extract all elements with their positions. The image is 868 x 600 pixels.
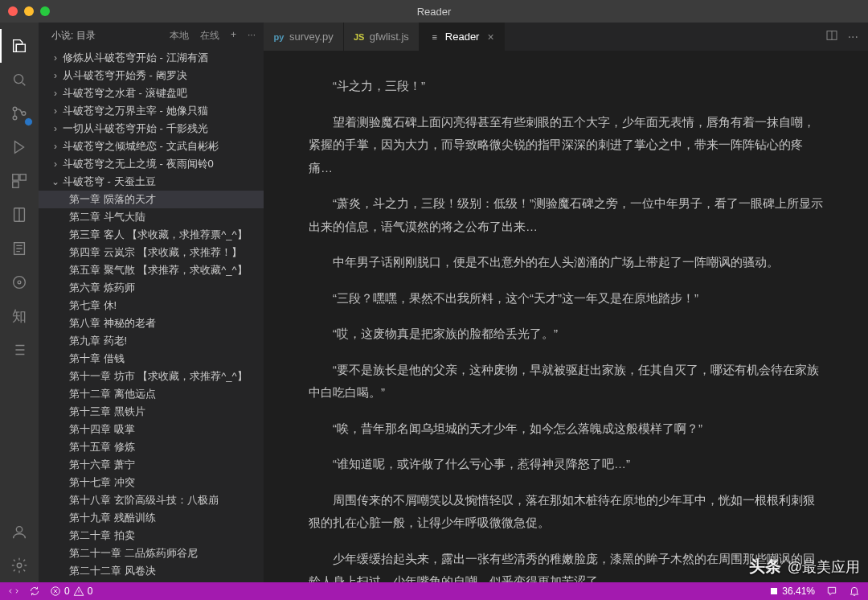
more-actions-icon[interactable]: ··· [848, 30, 858, 44]
paragraph: “哎，这废物真是把家族的脸都给丢光了。” [309, 323, 823, 346]
chapter-item[interactable]: 第十九章 残酷训练 [39, 509, 264, 527]
account-icon[interactable] [0, 515, 39, 549]
book-item[interactable]: ⌄斗破苍穹 - 天蚕土豆 [39, 173, 264, 191]
minimize-window-button[interactable] [24, 6, 34, 16]
chapter-item[interactable]: 第十五章 修炼 [39, 438, 264, 456]
window-controls[interactable] [0, 6, 50, 16]
book-label: 从斗破苍穹开始秀 - 阇罗决 [61, 68, 187, 83]
chapter-item[interactable]: 第二十章 拍卖 [39, 527, 264, 545]
chapter-item[interactable]: 第三章 客人 【求收藏，求推荐票^_^】 [39, 226, 264, 244]
extensions-icon[interactable] [0, 164, 39, 198]
chapter-item[interactable]: 第十四章 吸掌 [39, 421, 264, 438]
chapter-label: 第十二章 离他远点 [69, 387, 156, 401]
reader-content: “斗之力，三段！”望着测验魔石碑上面闪亮得甚至有些刺眼的五个大字，少年面无表情，… [264, 51, 868, 582]
svg-rect-6 [13, 182, 18, 187]
tab-label: gfwlist.js [370, 31, 409, 43]
book-item[interactable]: ›斗破苍穹之万界主宰 - 她像只猫 [39, 102, 264, 120]
sidebar-tree: ›修炼从斗破苍穹开始 - 江湖有酒›从斗破苍穹开始秀 - 阇罗决›斗破苍穹之水君… [39, 49, 264, 582]
svg-point-2 [13, 116, 17, 120]
chevron-icon: › [50, 70, 61, 81]
book-item[interactable]: ›斗破苍穹之倾城绝恋 - 文武自彬彬 [39, 138, 264, 155]
maximize-window-button[interactable] [40, 6, 50, 16]
chapter-label: 第二章 斗气大陆 [69, 210, 145, 224]
notes-icon[interactable] [0, 232, 39, 265]
explorer-icon[interactable] [0, 29, 39, 63]
progress-item[interactable]: 36.41% [769, 586, 815, 597]
chapter-label: 第十四章 吸掌 [69, 422, 135, 437]
chapter-item[interactable]: 第十三章 黑铁片 [39, 403, 264, 421]
chapter-label: 第十章 借钱 [69, 351, 125, 366]
editor-tab[interactable]: pysurvey.py [264, 23, 344, 51]
book-label: 一切从斗破苍穹开始 - 千影残光 [61, 121, 208, 136]
chapter-item[interactable]: 第八章 神秘的老者 [39, 314, 264, 332]
chapter-item[interactable]: 第十八章 玄阶高级斗技：八极崩 [39, 491, 264, 509]
book-label: 斗破苍穹 - 天蚕土豆 [61, 175, 156, 189]
sidebar-action-more[interactable]: ··· [248, 29, 256, 43]
chapter-label: 第十九章 残酷训练 [69, 511, 156, 525]
problems-item[interactable]: 0 0 [50, 586, 92, 597]
sidebar-action-add[interactable]: + [231, 29, 236, 43]
editor-tab[interactable]: ≡Reader× [420, 23, 505, 51]
zhihu-icon[interactable]: 知 [0, 299, 39, 333]
chapter-item[interactable]: 第十章 借钱 [39, 350, 264, 368]
chapter-label: 第六章 炼药师 [69, 281, 135, 295]
sidebar-action-local[interactable]: 本地 [170, 29, 189, 43]
book-item[interactable]: ›修炼从斗破苍穹开始 - 江湖有酒 [39, 49, 264, 67]
split-editor-icon[interactable] [825, 29, 838, 45]
paragraph: “斗之力，三段！” [309, 75, 823, 98]
chapter-item[interactable]: 第十七章 冲突 [39, 474, 264, 491]
chapter-item[interactable]: 第二十三章 争抢 [39, 580, 264, 582]
chapter-item[interactable]: 第二章 斗气大陆 [39, 208, 264, 226]
book-item[interactable]: ›一切从斗破苍穹开始 - 千影残光 [39, 120, 264, 138]
run-icon[interactable] [0, 130, 39, 164]
svg-point-11 [16, 527, 22, 532]
feedback-icon[interactable] [826, 586, 837, 597]
reader-icon[interactable] [0, 198, 39, 232]
book-label: 斗破苍穹之无上之境 - 夜雨闻铃0 [61, 157, 214, 171]
chevron-icon: › [50, 88, 61, 99]
disc-icon[interactable] [0, 265, 39, 299]
statusbar: 0 0 36.41% [0, 582, 868, 600]
chapter-item[interactable]: 第二十二章 风卷决 [39, 562, 264, 580]
chapter-item[interactable]: 第五章 聚气散 【求推荐，求收藏^_^】 [39, 261, 264, 279]
chapter-label: 第一章 陨落的天才 [69, 192, 156, 207]
tab-label: survey.py [289, 31, 334, 43]
book-label: 斗破苍穹之万界主宰 - 她像只猫 [61, 104, 208, 118]
file-type-icon: ≡ [429, 31, 440, 43]
chapter-label: 第四章 云岚宗 【求收藏，求推荐！】 [69, 245, 242, 260]
close-tab-icon[interactable]: × [487, 31, 493, 43]
file-type-icon: py [273, 31, 285, 43]
svg-point-10 [18, 281, 21, 284]
chapter-item[interactable]: 第六章 炼药师 [39, 279, 264, 297]
chapter-item[interactable]: 第一章 陨落的天才 [39, 191, 264, 208]
chapter-item[interactable]: 第十二章 离他远点 [39, 385, 264, 403]
chapter-label: 第七章 休! [69, 298, 117, 313]
book-item[interactable]: ›斗破苍穹之水君 - 滚键盘吧 [39, 84, 264, 102]
chapter-item[interactable]: 第四章 云岚宗 【求收藏，求推荐！】 [39, 244, 264, 261]
chapter-label: 第二十二章 风卷决 [69, 564, 156, 578]
svg-point-0 [14, 75, 23, 84]
svg-point-1 [13, 107, 17, 111]
sidebar-action-online[interactable]: 在线 [200, 29, 219, 43]
sidebar-title: 小说: 目录 [51, 29, 96, 43]
close-window-button[interactable] [8, 6, 18, 16]
svg-rect-5 [20, 175, 26, 180]
remote-icon[interactable] [8, 586, 19, 597]
settings-icon[interactable] [0, 549, 39, 582]
chapter-item[interactable]: 第九章 药老! [39, 332, 264, 350]
book-item[interactable]: ›从斗破苍穹开始秀 - 阇罗决 [39, 67, 264, 84]
chevron-icon: › [50, 141, 61, 152]
editor-tab[interactable]: JSgfwlist.js [344, 23, 420, 51]
chapter-label: 第十三章 黑铁片 [69, 405, 145, 419]
list-icon[interactable] [0, 333, 39, 367]
sync-icon[interactable] [29, 586, 40, 597]
book-item[interactable]: ›斗破苍穹之无上之境 - 夜雨闻铃0 [39, 155, 264, 173]
bell-icon[interactable] [849, 586, 860, 597]
search-icon[interactable] [0, 63, 39, 97]
chapter-item[interactable]: 第七章 休! [39, 297, 264, 314]
chapter-label: 第十一章 坊市 【求收藏，求推荐^_^】 [69, 369, 248, 384]
chapter-item[interactable]: 第十六章 萧宁 [39, 456, 264, 474]
source-control-icon[interactable] [0, 97, 39, 130]
chapter-item[interactable]: 第二十一章 二品炼药师谷尼 [39, 545, 264, 562]
chapter-item[interactable]: 第十一章 坊市 【求收藏，求推荐^_^】 [39, 368, 264, 385]
